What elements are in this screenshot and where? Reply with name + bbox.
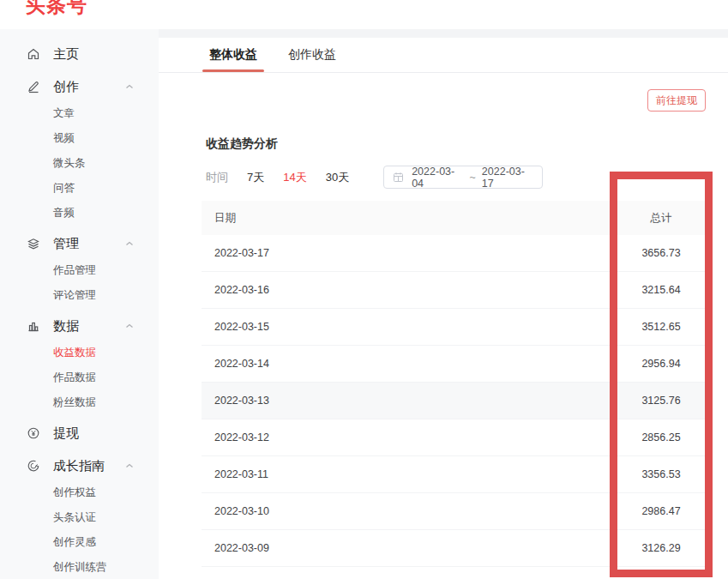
top-header: 头条号 — [0, 0, 728, 29]
table-row: 2022-03-15 3512.65 — [202, 309, 713, 346]
table-row: 2022-03-11 3356.53 — [202, 456, 713, 493]
cell-total: 2956.94 — [610, 358, 713, 370]
sidebar-item-home[interactable]: 主页 — [0, 39, 159, 69]
sidebar-item-withdraw[interactable]: 提现 — [0, 419, 159, 448]
table-row: 2022-03-16 3215.64 — [202, 272, 713, 309]
cell-date: 2022-03-11 — [202, 468, 610, 480]
sidebar-subitem-comment-manage[interactable]: 评论管理 — [0, 283, 159, 308]
toutiao-logo: 头条号 — [26, 0, 87, 19]
go-withdraw-button[interactable]: 前往提现 — [647, 89, 706, 112]
sidebar-subitem-training-camp[interactable]: 创作训练营 — [0, 555, 159, 579]
sidebar-item-label: 创作 — [53, 79, 124, 95]
table-header-row: 日期 总计 — [202, 201, 713, 235]
time-filter-label: 时间 — [206, 170, 228, 185]
calendar-icon — [393, 172, 404, 183]
sidebar-subitem-fans-data[interactable]: 粉丝数据 — [0, 390, 159, 415]
compass-icon — [26, 459, 40, 473]
revenue-table: 日期 总计 2022-03-17 3656.73 2022-03-16 3215… — [202, 201, 713, 579]
cell-date: 2022-03-14 — [202, 358, 610, 370]
table-row: 2022-03-10 2986.47 — [202, 493, 713, 530]
coin-icon — [26, 426, 40, 441]
sidebar-item-label: 成长指南 — [53, 458, 124, 474]
tab-overall-revenue[interactable]: 整体收益 — [206, 39, 261, 72]
chevron-up-icon[interactable] — [124, 461, 135, 471]
sidebar-subitem-creator-rights[interactable]: 创作权益 — [0, 480, 159, 505]
date-range-picker[interactable]: 2022-03-04 ~ 2022-03-17 — [383, 166, 543, 189]
sidebar-subitem-verification[interactable]: 头条认证 — [0, 505, 159, 530]
column-header-date: 日期 — [202, 211, 610, 226]
sidebar-item-label: 提现 — [53, 425, 135, 442]
main-panel: 整体收益 创作收益 前往提现 收益趋势分析 时间 7天 14天 30天 2022… — [159, 38, 728, 579]
cell-date: 2022-03-16 — [202, 284, 610, 296]
cell-date: 2022-03-10 — [202, 505, 610, 517]
cell-total: 3125.76 — [610, 395, 713, 407]
cell-date: 2022-03-15 — [202, 321, 610, 333]
filter-30-days[interactable]: 30天 — [326, 170, 349, 185]
sidebar-subitem-articles[interactable]: 文章 — [0, 101, 159, 126]
cell-total: 3215.64 — [610, 284, 713, 296]
column-header-total: 总计 — [610, 211, 713, 226]
sidebar-subitem-inspiration[interactable]: 创作灵感 — [0, 530, 159, 555]
cell-total: 3656.73 — [610, 247, 713, 259]
cell-date: 2022-03-13 — [202, 395, 610, 407]
cell-total: 3512.65 — [610, 321, 713, 333]
sidebar-subitem-revenue-data[interactable]: 收益数据 — [0, 341, 159, 365]
cell-total: 2986.47 — [610, 505, 713, 517]
sidebar-item-create[interactable]: 创作 — [0, 72, 159, 101]
chart-icon — [26, 319, 40, 334]
sidebar-subitem-qa[interactable]: 问答 — [0, 176, 159, 201]
filter-7-days[interactable]: 7天 — [247, 170, 264, 185]
chevron-up-icon[interactable] — [124, 238, 135, 249]
table-row: 2022-03-12 2856.25 — [202, 419, 713, 456]
cell-date: 2022-03-09 — [202, 542, 610, 554]
table-row: 2022-03-14 2956.94 — [202, 346, 713, 383]
cell-date: 2022-03-17 — [202, 247, 610, 259]
chevron-up-icon[interactable] — [124, 81, 135, 92]
table-row: 2022-03-13 3125.76 — [202, 383, 713, 419]
section-title-revenue-trend: 收益趋势分析 — [206, 136, 728, 152]
tab-creation-revenue[interactable]: 创作收益 — [285, 39, 340, 72]
layers-icon — [26, 237, 40, 251]
date-range-start: 2022-03-04 — [412, 166, 463, 190]
sidebar-subitem-content-data[interactable]: 作品数据 — [0, 365, 159, 390]
filter-14-days[interactable]: 14天 — [283, 170, 306, 185]
date-range-separator: ~ — [470, 172, 476, 184]
sidebar-item-growth-guide[interactable]: 成长指南 — [0, 451, 159, 480]
sidebar-subitem-content-manage[interactable]: 作品管理 — [0, 258, 159, 283]
time-filter-row: 时间 7天 14天 30天 2022-03-04 ~ 2022-03-17 — [206, 166, 728, 189]
sidebar-subitem-audio[interactable]: 音频 — [0, 201, 159, 226]
sidebar-subitem-videos[interactable]: 视频 — [0, 126, 159, 151]
date-range-end: 2022-03-17 — [482, 166, 533, 190]
sidebar: 主页 创作 文章 视频 微头条 问答 音频 — [0, 29, 159, 579]
revenue-tabbar: 整体收益 创作收益 — [159, 38, 728, 73]
chevron-up-icon[interactable] — [124, 321, 135, 331]
table-row: 2022-03-08 3019.46 — [202, 567, 713, 579]
pencil-icon — [26, 80, 40, 94]
home-icon — [26, 47, 40, 62]
table-row: 2022-03-09 3126.29 — [202, 530, 713, 567]
sidebar-item-label: 主页 — [53, 46, 135, 63]
cell-total: 3356.53 — [610, 468, 713, 480]
sidebar-item-label: 数据 — [53, 318, 124, 335]
cell-date: 2022-03-12 — [202, 431, 610, 443]
sidebar-item-data[interactable]: 数据 — [0, 311, 159, 341]
sidebar-subitem-microblog[interactable]: 微头条 — [0, 151, 159, 176]
sidebar-item-manage[interactable]: 管理 — [0, 229, 159, 258]
cell-total: 3126.29 — [610, 542, 713, 554]
sidebar-item-label: 管理 — [53, 236, 124, 252]
cell-total: 2856.25 — [610, 431, 713, 443]
table-row: 2022-03-17 3656.73 — [202, 235, 713, 272]
